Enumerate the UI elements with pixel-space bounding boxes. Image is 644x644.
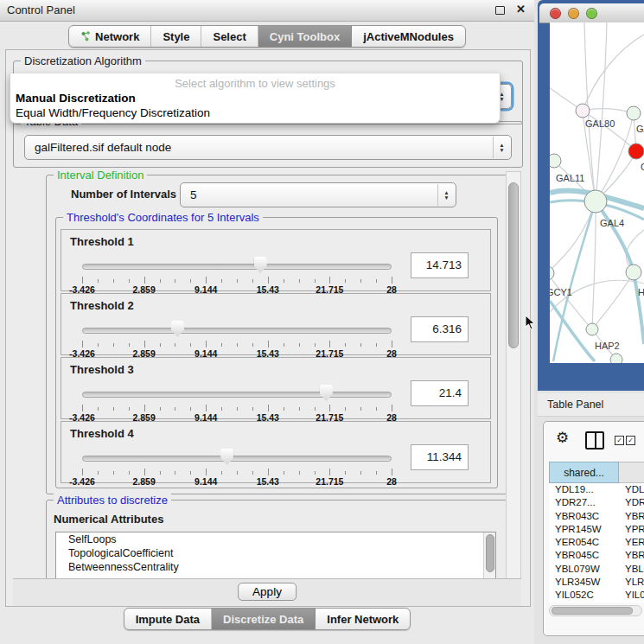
threshold-value-field[interactable]: 6.316 (411, 316, 469, 342)
menu-item-equal-width-frequency[interactable]: Equal Width/Frequency Discretization (16, 106, 210, 119)
table-cell[interactable]: YER054C (549, 536, 619, 549)
threshold-slider[interactable]: -3.4262.8599.14415.4321.71528 (82, 254, 392, 290)
column-header-shared[interactable]: shared... (549, 462, 619, 483)
panel-vertical-scrollbar[interactable] (506, 171, 521, 580)
column-header-name[interactable]: na (619, 462, 644, 483)
combo-arrows-icon[interactable]: ▲ ▼ (493, 137, 510, 158)
scrollbar-thumb[interactable] (508, 182, 519, 348)
network-node-label: GCY1 (550, 287, 572, 297)
table-row[interactable]: YDL19... YDL1 (549, 483, 644, 496)
network-node[interactable] (584, 190, 607, 213)
menu-item-manual-discretization[interactable]: Manual Discretization (16, 92, 136, 105)
tab-cyni-toolbox[interactable]: Cyni Toolbox (258, 26, 352, 47)
table-cell[interactable]: YDR27... (549, 496, 619, 509)
network-node[interactable] (627, 106, 641, 120)
threshold-value-field[interactable]: 21.4 (411, 380, 469, 406)
checkbox-icon[interactable]: ✓ (626, 436, 635, 445)
network-view-window: GAL80GACGAL11GAL4GCY1HHAP2 (538, 0, 644, 391)
tab-jactivemnodules[interactable]: jActiveMNodules (352, 26, 465, 47)
table-cell[interactable]: YBR0 (619, 510, 644, 523)
tab-infer-network[interactable]: Infer Network (316, 609, 410, 629)
scrollbar-thumb[interactable] (486, 534, 494, 572)
slider-thumb[interactable] (171, 321, 184, 337)
tab-label: Cyni Toolbox (270, 30, 340, 43)
network-node[interactable] (550, 266, 554, 280)
float-window-icon[interactable] (495, 6, 505, 15)
scrollbar-thumb[interactable] (552, 607, 633, 615)
network-canvas[interactable]: GAL80GACGAL11GAL4GCY1HHAP2 (550, 22, 644, 363)
network-node[interactable] (628, 143, 644, 159)
table-body: YDL19... YDL1 YDR27... YDR2 YBR043C YBR0… (549, 483, 644, 603)
threshold-value-field[interactable]: 14.713 (411, 252, 469, 278)
tab-impute-data[interactable]: Impute Data (124, 609, 212, 629)
attributes-list-scrollbar[interactable] (483, 532, 495, 578)
slider-thumb[interactable] (220, 449, 233, 465)
table-row[interactable]: YIL052C YIL0 (549, 589, 644, 602)
combo-arrows-icon[interactable]: ▲ ▼ (437, 184, 455, 206)
slider-track[interactable] (82, 392, 392, 398)
threshold-slider[interactable]: -3.4262.8599.14415.4321.71528 (82, 318, 392, 354)
zoom-traffic-light[interactable] (586, 8, 597, 19)
table-cell[interactable]: YIL052C (549, 589, 619, 602)
checkbox-icon[interactable]: ✓ (615, 436, 624, 445)
network-node[interactable] (610, 354, 622, 363)
table-cell[interactable]: YDL1 (619, 483, 644, 496)
network-node[interactable] (626, 265, 641, 280)
threshold-panel: Threshold 4 -3.4262.8599.14415.4321.7152… (61, 421, 491, 483)
table-cell[interactable]: YBR043C (549, 510, 619, 523)
network-node-label: C (641, 162, 644, 172)
table-cell[interactable]: YLR3 (619, 576, 644, 589)
table-row[interactable]: YBR043C YBR0 (549, 510, 644, 523)
minimize-traffic-light[interactable] (568, 8, 579, 19)
table-cell[interactable]: YBR045C (549, 549, 619, 562)
tab-discretize-data[interactable]: Discretize Data (212, 609, 316, 629)
table-row[interactable]: YBL079W YBL0 (549, 563, 644, 576)
slider-track[interactable] (82, 328, 392, 334)
table-cell[interactable]: YPR145W (549, 523, 619, 536)
table-row[interactable]: YDR27... YDR2 (549, 496, 644, 509)
table-row[interactable]: YER054C YER0 (549, 536, 644, 549)
table-cell[interactable]: YBL079W (549, 563, 619, 576)
table-data-group: Table Data galFiltered.sif default node … (13, 121, 523, 168)
table-row[interactable]: YBR045C YBR0 (549, 549, 644, 562)
slider-track[interactable] (82, 456, 392, 462)
attribute-list-item[interactable]: SelfLoops (56, 532, 495, 546)
tab-network[interactable]: Network (69, 26, 151, 47)
slider-tick-labels: -3.4262.8599.14415.4321.71528 (82, 476, 392, 487)
attributes-list[interactable]: SelfLoops TopologicalCoefficient Between… (55, 532, 496, 578)
table-cell[interactable]: YIL0 (619, 589, 644, 602)
attribute-list-item[interactable]: TopologicalCoefficient (56, 546, 495, 560)
table-cell[interactable]: YDL19... (549, 483, 619, 496)
table-data-select[interactable]: galFiltered.sif default node ▲ ▼ (24, 135, 512, 160)
close-traffic-light[interactable] (550, 8, 561, 19)
tab-select[interactable]: Select (201, 26, 258, 47)
network-node[interactable] (576, 104, 590, 118)
table-cell[interactable]: YPR1 (619, 523, 644, 536)
threshold-slider[interactable]: -3.4262.8599.14415.4321.71528 (82, 446, 392, 482)
columns-icon[interactable] (585, 431, 604, 450)
threshold-slider[interactable]: -3.4262.8599.14415.4321.71528 (82, 382, 392, 418)
tab-style[interactable]: Style (151, 26, 201, 47)
apply-button[interactable]: Apply (238, 583, 296, 601)
number-of-intervals-select[interactable]: 5 ▲ ▼ (180, 182, 456, 207)
slider-ticks (82, 405, 392, 412)
attribute-list-item[interactable]: BetweennessCentrality (56, 560, 495, 574)
table-cell[interactable]: YER0 (619, 536, 644, 549)
threshold-value-field[interactable]: 11.344 (411, 444, 469, 470)
threshold-label: Threshold 4 (70, 427, 134, 440)
close-icon[interactable]: ✕ (516, 3, 526, 16)
table-horizontal-scrollbar[interactable] (549, 605, 642, 616)
slider-thumb[interactable] (320, 385, 333, 401)
slider-thumb[interactable] (254, 257, 267, 273)
network-node[interactable] (586, 323, 598, 335)
table-row[interactable]: YLR345W YLR3 (549, 576, 644, 589)
table-cell[interactable]: YBL0 (619, 563, 644, 576)
table-cell[interactable]: YLR345W (549, 576, 619, 589)
table-cell[interactable]: YDR2 (619, 496, 644, 509)
interval-definition-group-title: Interval Definition (54, 171, 147, 182)
table-row[interactable]: YPR145W YPR1 (549, 523, 644, 536)
network-node[interactable] (550, 154, 561, 168)
slider-track[interactable] (82, 264, 392, 270)
gear-icon[interactable]: ⚙ (556, 429, 569, 447)
table-cell[interactable]: YBR0 (619, 549, 644, 562)
